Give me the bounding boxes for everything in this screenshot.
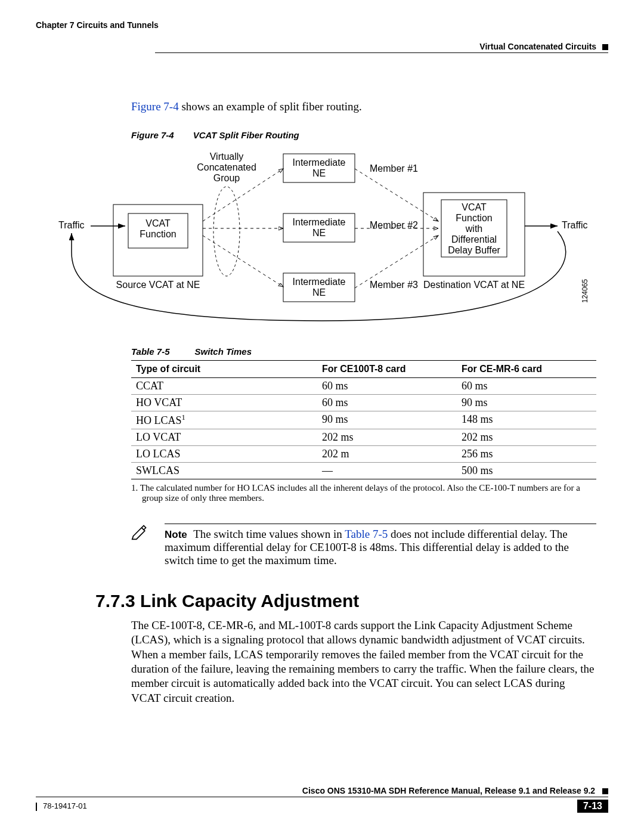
intermediate-1-l1: Intermediate xyxy=(293,157,346,168)
table-row: LO VCAT 202 ms 202 ms xyxy=(131,429,596,446)
note-divider xyxy=(165,524,596,524)
section-label: Virtual Concatenated Circuits xyxy=(479,42,596,51)
section-number: 7.7.3 xyxy=(95,591,135,611)
dest-box-l2: Function xyxy=(456,213,492,223)
header-square-icon xyxy=(602,44,608,50)
figure-number: Figure 7-4 xyxy=(131,130,174,140)
table-row: SWLCAS — 500 ms xyxy=(131,463,596,479)
page-number-badge: 7-13 xyxy=(577,800,608,813)
page-footer: Cisco ONS 15310-MA SDH Reference Manual,… xyxy=(36,786,608,813)
figure-crossref-link[interactable]: Figure 7-4 xyxy=(131,100,179,113)
table-cell: LO VCAT xyxy=(131,429,317,446)
table-row: CCAT 60 ms 60 ms xyxy=(131,378,596,395)
table-caption: Table 7-5Switch Times xyxy=(131,346,596,357)
table-header-1: For CE100T-8 card xyxy=(317,361,457,378)
figure-title: VCAT Split Fiber Routing xyxy=(193,130,299,140)
table-crossref-link[interactable]: Table 7-5 xyxy=(345,528,388,540)
section-title: Link Capacity Adjustment xyxy=(140,591,359,611)
traffic-right-label: Traffic xyxy=(562,220,588,230)
svg-rect-1 xyxy=(113,205,203,276)
intermediate-1-l2: NE xyxy=(312,168,326,178)
table-cell: HO LCAS1 xyxy=(131,411,317,429)
table-cell: 90 ms xyxy=(457,395,596,411)
table-cell: 202 ms xyxy=(317,429,457,446)
table-cell: HO VCAT xyxy=(131,395,317,411)
page-header: Chapter 7 Circuits and Tunnels xyxy=(36,20,608,31)
intermediate-3-l2: NE xyxy=(312,287,326,298)
intermediate-3-l1: Intermediate xyxy=(293,277,346,287)
vcg-l1: Virtually xyxy=(210,151,244,162)
footnote-number: 1. xyxy=(131,483,138,493)
section-body: The CE-100T-8, CE-MR-6, and ML-100T-8 ca… xyxy=(131,618,596,705)
dest-box-l1: VCAT xyxy=(462,202,487,212)
section-heading: 7.7.3 Link Capacity Adjustment xyxy=(95,591,596,611)
footer-square-icon xyxy=(602,788,608,794)
member-1-label: Member #1 xyxy=(370,163,418,174)
table-cell: 202 ms xyxy=(457,429,596,446)
source-vcat-label: Source VCAT at NE xyxy=(116,280,200,290)
table-cell: 202 m xyxy=(317,446,457,463)
table-title: Switch Times xyxy=(194,346,252,357)
table-number: Table 7-5 xyxy=(131,346,169,357)
table-cell: 90 ms xyxy=(317,411,457,429)
table-row: HO VCAT 60 ms 90 ms xyxy=(131,395,596,411)
figure-caption: Figure 7-4VCAT Split Fiber Routing xyxy=(131,130,596,140)
footnote-text: The calculated number for HO LCAS includ… xyxy=(140,483,580,503)
table-cell: 148 ms xyxy=(457,411,596,429)
intermediate-2-l1: Intermediate xyxy=(293,217,346,227)
note-label: Note xyxy=(165,529,187,540)
page-header-right: Virtual Concatenated Circuits xyxy=(36,31,608,53)
document-number: 78-19417-01 xyxy=(36,801,87,811)
vcg-l3: Group xyxy=(213,173,240,183)
table-cell: — xyxy=(317,463,457,479)
table-cell: 60 ms xyxy=(317,378,457,395)
table-footnote: 1. The calculated number for HO LCAS inc… xyxy=(131,483,596,503)
traffic-left-label: Traffic xyxy=(58,220,85,230)
table-cell: LO LCAS xyxy=(131,446,317,463)
table-header-0: Type of circuit xyxy=(131,361,317,378)
table-cell: CCAT xyxy=(131,378,317,395)
svg-point-3 xyxy=(213,187,240,276)
table-cell: 500 ms xyxy=(457,463,596,479)
vcg-l2: Concatenated xyxy=(197,162,256,172)
figure-intro-text: shows an example of split fiber routing. xyxy=(179,100,362,113)
chapter-label: Chapter 7 Circuits and Tunnels xyxy=(36,20,159,31)
dest-vcat-label: Destination VCAT at NE xyxy=(423,280,525,290)
note-block: Note The switch time values shown in Tab… xyxy=(131,524,596,567)
intermediate-2-l2: NE xyxy=(312,228,326,238)
header-divider xyxy=(155,52,608,53)
vcat-function-l1: VCAT xyxy=(145,218,171,228)
figure-code: 124065 xyxy=(581,279,589,303)
pencil-icon xyxy=(131,530,148,543)
table-cell: SWLCAS xyxy=(131,463,317,479)
table-header-2: For CE-MR-6 card xyxy=(457,361,596,378)
table-cell: 60 ms xyxy=(457,378,596,395)
vcat-function-l2: Function xyxy=(140,229,176,239)
svg-line-9 xyxy=(203,236,283,287)
figure-intro: Figure 7-4 shows an example of split fib… xyxy=(131,100,596,113)
table-cell: 60 ms xyxy=(317,395,457,411)
member-3-label: Member #3 xyxy=(370,280,418,290)
switch-times-table: Type of circuit For CE100T-8 card For CE… xyxy=(131,360,596,479)
note-text-pre: The switch time values shown in xyxy=(193,528,345,540)
dest-box-l5: Delay Buffer xyxy=(448,245,500,255)
table-cell: 256 ms xyxy=(457,446,596,463)
dest-box-l3: with xyxy=(465,224,482,234)
table-row: HO LCAS1 90 ms 148 ms xyxy=(131,411,596,429)
svg-line-10 xyxy=(355,169,438,221)
figure-diagram: Traffic VCAT Function Virtually Concaten… xyxy=(48,145,596,326)
table-row: LO LCAS 202 m 256 ms xyxy=(131,446,596,463)
dest-box-l4: Differential xyxy=(451,234,497,244)
manual-title: Cisco ONS 15310-MA SDH Reference Manual,… xyxy=(302,786,595,795)
